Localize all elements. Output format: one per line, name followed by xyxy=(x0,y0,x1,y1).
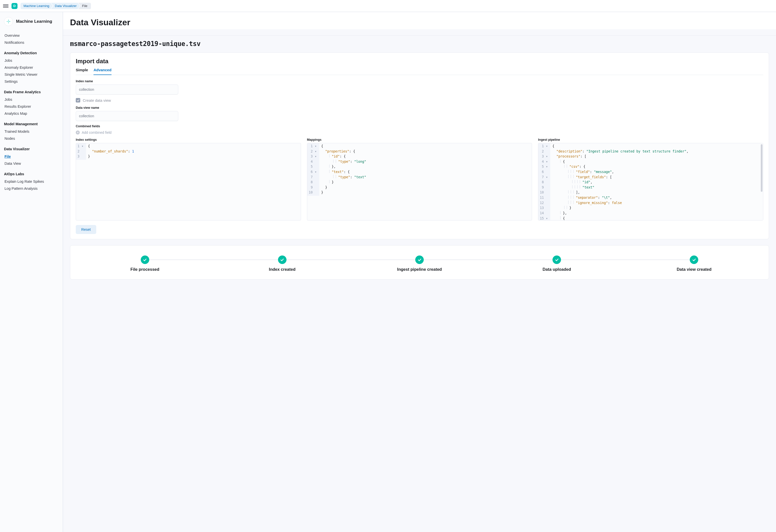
sidebar-item-log-pattern-analysis[interactable]: Log Pattern Analysis xyxy=(4,185,59,192)
check-icon xyxy=(690,255,698,264)
menu-toggle-icon[interactable] xyxy=(3,3,8,9)
progress-step: File processed xyxy=(76,255,213,272)
check-icon xyxy=(415,255,424,264)
check-icon xyxy=(141,255,149,264)
check-icon xyxy=(278,255,286,264)
scrollbar-thumb[interactable] xyxy=(761,144,763,192)
breadcrumb: Machine Learning Data Visualizer File xyxy=(20,3,91,9)
add-combined-field-label: Add combined field xyxy=(82,131,112,135)
sidebar-item-analytics-map[interactable]: Analytics Map xyxy=(4,110,59,117)
svg-point-3 xyxy=(8,20,9,20)
sidebar-section-anomaly-detection: Anomaly Detection xyxy=(4,51,59,55)
data-view-name-label: Data view name xyxy=(76,106,763,110)
svg-point-2 xyxy=(10,21,10,22)
data-view-name-input[interactable] xyxy=(76,111,178,121)
sidebar-title: Machine Learning xyxy=(16,19,52,24)
index-name-input[interactable] xyxy=(76,84,178,95)
add-combined-field-button[interactable]: + Add combined field xyxy=(76,131,112,135)
progress-step-label: Ingest pipeline created xyxy=(351,267,488,272)
mappings-label: Mappings xyxy=(307,138,532,142)
sidebar-item-file[interactable]: File xyxy=(4,153,59,160)
sidebar-item-results-explorer[interactable]: Results Explorer xyxy=(4,103,59,110)
sidebar-section-aiops: AIOps Labs xyxy=(4,172,59,176)
tab-advanced[interactable]: Advanced xyxy=(93,68,112,75)
progress-step: Ingest pipeline created xyxy=(351,255,488,272)
sidebar-item-nodes[interactable]: Nodes xyxy=(4,135,59,142)
svg-point-1 xyxy=(7,21,7,22)
progress-step: Index created xyxy=(213,255,351,272)
progress-steps-panel: File processedIndex createdIngest pipeli… xyxy=(70,245,769,280)
svg-point-0 xyxy=(8,21,9,22)
tab-simple[interactable]: Simple xyxy=(76,68,88,75)
progress-step: Data uploaded xyxy=(488,255,625,272)
sidebar-item-overview[interactable]: Overview xyxy=(4,32,59,39)
index-settings-editor[interactable]: 1 ▾2 3 { "number_of_shards": 1} xyxy=(76,143,301,220)
sidebar-section-dfa: Data Frame Analytics xyxy=(4,90,59,94)
sidebar-section-model-management: Model Management xyxy=(4,122,59,126)
sidebar: Machine Learning Overview Notifications … xyxy=(0,12,63,532)
page-title: Data Visualizer xyxy=(70,17,769,27)
sidebar-item-jobs[interactable]: Jobs xyxy=(4,57,59,64)
ingest-pipeline-editor[interactable]: 1 ▾2 3 ▾4 ▾5 ▾6 7 ▾8 9 10 11 12 13 14 15… xyxy=(538,143,763,220)
index-settings-label: Index settings xyxy=(76,138,301,142)
import-data-heading: Import data xyxy=(76,58,763,65)
create-data-view-checkbox[interactable] xyxy=(76,98,80,103)
progress-step: Data view created xyxy=(625,255,763,272)
reset-button[interactable]: Reset xyxy=(76,225,96,234)
breadcrumb-item[interactable]: Machine Learning xyxy=(20,3,53,9)
progress-step-label: Data view created xyxy=(625,267,763,272)
sidebar-item-explain-log-rate-spikes[interactable]: Explain Log Rate Spikes xyxy=(4,178,59,185)
sidebar-item-notifications[interactable]: Notifications xyxy=(4,39,59,46)
progress-step-label: Index created xyxy=(213,267,351,272)
breadcrumb-item[interactable]: Data Visualizer xyxy=(51,3,80,9)
check-icon xyxy=(553,255,561,264)
sidebar-item-single-metric-viewer[interactable]: Single Metric Viewer xyxy=(4,71,59,78)
sidebar-section-data-visualizer: Data Visualizer xyxy=(4,147,59,151)
space-avatar[interactable]: D xyxy=(11,3,17,9)
progress-step-label: Data uploaded xyxy=(488,267,625,272)
svg-point-4 xyxy=(8,23,9,23)
index-name-label: Index name xyxy=(76,79,763,83)
sidebar-item-anomaly-explorer[interactable]: Anomaly Explorer xyxy=(4,64,59,71)
sidebar-item-trained-models[interactable]: Trained Models xyxy=(4,128,59,135)
ingest-pipeline-label: Ingest pipeline xyxy=(538,138,763,142)
main-content: Data Visualizer msmarco-passagetest2019-… xyxy=(63,12,776,532)
import-tabs: Simple Advanced xyxy=(76,68,763,75)
combined-fields-label: Combined fields xyxy=(76,125,763,128)
import-data-panel: Import data Simple Advanced Index name C… xyxy=(70,52,769,239)
progress-step-label: File processed xyxy=(76,267,213,272)
file-name-heading: msmarco-passagetest2019-unique.tsv xyxy=(70,40,769,47)
ml-app-icon xyxy=(4,17,13,26)
create-data-view-label: Create data view xyxy=(83,98,111,103)
sidebar-item-dfa-jobs[interactable]: Jobs xyxy=(4,96,59,103)
mappings-editor[interactable]: 1 ▾2 ▾3 ▾4 5 6 ▾7 8 9 10 { "properties":… xyxy=(307,143,532,220)
top-header: D Machine Learning Data Visualizer File xyxy=(0,0,776,12)
sidebar-item-data-view[interactable]: Data View xyxy=(4,160,59,167)
plus-icon: + xyxy=(76,131,80,135)
sidebar-item-settings[interactable]: Settings xyxy=(4,78,59,85)
